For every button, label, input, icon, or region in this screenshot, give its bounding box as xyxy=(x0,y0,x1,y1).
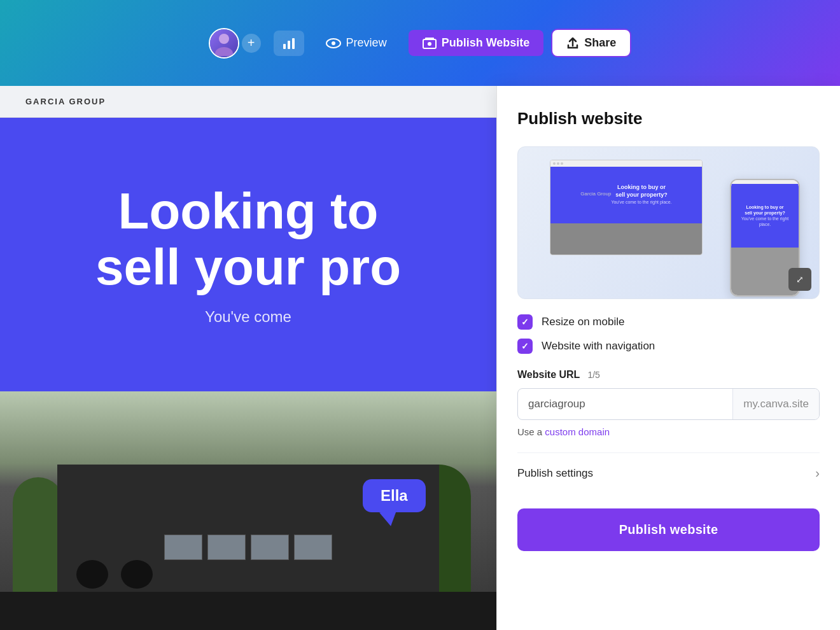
share-label: Share xyxy=(584,36,616,50)
avatar-wrap: + xyxy=(209,28,261,59)
publish-website-button[interactable]: Publish Website xyxy=(409,30,544,56)
svg-rect-2 xyxy=(283,44,286,49)
desktop-bar xyxy=(550,160,702,167)
nav-label: Website with navigation xyxy=(542,340,655,353)
url-suffix: my.canva.site xyxy=(732,389,819,419)
site-hero-title: Looking tosell your pro xyxy=(95,183,401,295)
resize-mobile-label: Resize on mobile xyxy=(542,316,624,328)
ella-tooltip: Ella xyxy=(363,479,426,512)
analytics-button[interactable] xyxy=(274,31,304,56)
mobile-content: Looking to buy orsell your property?You'… xyxy=(731,184,799,248)
publish-settings-label: Publish settings xyxy=(517,467,593,480)
svg-point-9 xyxy=(428,42,431,46)
site-header: GARCIA GROUP xyxy=(0,86,496,118)
canvas-area: GARCIA GROUP Looking tosell your pro You… xyxy=(0,86,840,630)
nav-checkbox[interactable]: ✓ xyxy=(517,339,533,354)
ella-label: Ella xyxy=(381,487,408,504)
desktop-photo xyxy=(550,223,702,255)
mobile-text: Looking to buy orsell your property?You'… xyxy=(735,204,795,227)
site-hero-subtitle: You've come xyxy=(205,308,291,326)
url-input[interactable] xyxy=(518,389,732,419)
svg-point-0 xyxy=(219,34,229,44)
publish-settings-row[interactable]: Publish settings › xyxy=(517,452,820,493)
expand-button[interactable]: ⤢ xyxy=(788,268,811,291)
custom-domain-link[interactable]: custom domain xyxy=(545,426,610,437)
checkmark-icon-2: ✓ xyxy=(521,341,529,351)
device-desktop: Garcia Group Looking to buy orsell your … xyxy=(550,160,703,255)
svg-rect-8 xyxy=(425,38,434,39)
svg-rect-3 xyxy=(288,41,290,49)
ella-arrow xyxy=(379,510,400,528)
url-section: Website URL 1/5 my.canva.site Use a cust… xyxy=(517,369,820,437)
resize-mobile-checkbox[interactable]: ✓ xyxy=(517,314,533,330)
checkmark-icon: ✓ xyxy=(521,317,529,327)
chevron-right-icon: › xyxy=(815,466,820,480)
site-preview: GARCIA GROUP Looking tosell your pro You… xyxy=(0,86,496,630)
add-button[interactable]: + xyxy=(242,34,261,53)
analytics-icon xyxy=(282,36,296,50)
share-button[interactable]: Share xyxy=(551,29,631,57)
expand-icon: ⤢ xyxy=(796,274,804,284)
publish-website-label: Publish Website xyxy=(442,36,530,50)
svg-rect-4 xyxy=(292,38,295,49)
resize-mobile-row: ✓ Resize on mobile xyxy=(517,314,820,330)
svg-point-6 xyxy=(332,41,335,45)
custom-domain-text: Use a custom domain xyxy=(517,426,820,437)
publish-action-button[interactable]: Publish website xyxy=(517,508,820,551)
svg-point-1 xyxy=(215,47,233,56)
website-preview-card: Garcia Group Looking to buy orsell your … xyxy=(517,146,820,299)
publish-panel: Publish website Garcia Group Looking to … xyxy=(496,86,840,630)
avatar-image xyxy=(210,29,238,57)
desktop-text: Looking to buy orsell your property?You'… xyxy=(611,184,671,206)
url-counter: 1/5 xyxy=(587,370,599,380)
share-icon xyxy=(566,37,579,50)
url-input-wrap: my.canva.site xyxy=(517,388,820,420)
publish-icon xyxy=(423,38,437,49)
preview-label: Preview xyxy=(346,36,387,50)
panel-title: Publish website xyxy=(517,109,820,129)
person-icon xyxy=(211,31,237,56)
url-label-row: Website URL 1/5 xyxy=(517,369,820,381)
site-brand: GARCIA GROUP xyxy=(25,97,106,106)
eye-icon xyxy=(326,38,341,49)
site-hero: Looking tosell your pro You've come xyxy=(0,118,496,391)
avatar xyxy=(209,28,239,59)
url-label: Website URL xyxy=(517,369,580,381)
nav-row: ✓ Website with navigation xyxy=(517,339,820,354)
preview-button[interactable]: Preview xyxy=(312,30,401,56)
topbar: + Preview Publish Website xyxy=(0,0,840,86)
desktop-content: Garcia Group Looking to buy orsell your … xyxy=(550,167,702,223)
ella-bubble: Ella xyxy=(363,479,426,512)
